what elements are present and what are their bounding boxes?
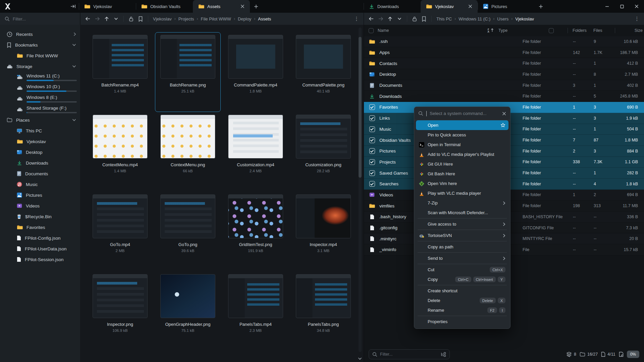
grid-item-commandpalette-mp4[interactable]: CommandPalette.mp41.8 MB bbox=[223, 32, 288, 112]
close-tab-icon[interactable] bbox=[234, 4, 245, 8]
grid-item-panelstabs-mp4[interactable]: PanelsTabs.mp42.3 MB bbox=[223, 272, 288, 351]
menu-item-open-vim-here[interactable]: Open Vim here bbox=[416, 179, 508, 188]
chevron-down-icon[interactable] bbox=[72, 44, 76, 46]
menu-item-scan-with-microsoft-defender-[interactable]: Scan with Microsoft Defender... bbox=[416, 208, 508, 218]
column-folders[interactable]: Folders bbox=[573, 28, 593, 33]
file-row-desktop[interactable]: DesktopFile folder--82.7 MB bbox=[364, 69, 644, 80]
grid-item-batchrename-mp4[interactable]: BatchRename.mp41.4 MB bbox=[87, 32, 153, 112]
back-icon[interactable] bbox=[367, 14, 376, 23]
menu-item-git-gui-here[interactable]: Git GUI Here bbox=[416, 159, 508, 169]
menu-item-send-to[interactable]: Send to bbox=[416, 253, 508, 263]
sidebar-item-downloads[interactable]: Downloads bbox=[0, 158, 80, 168]
file-row--ssh[interactable]: .sshFile folder--910.6 kB bbox=[364, 36, 644, 47]
tab-vjekoslav[interactable]: Vjekoslav bbox=[79, 0, 136, 13]
sidebar-filter-input[interactable]: Filter... bbox=[5, 16, 77, 21]
grid-item-goto-mp4[interactable]: GoTo.mp42 MB bbox=[87, 192, 153, 272]
menu-item-open[interactable]: Open bbox=[416, 120, 508, 130]
column-size[interactable]: Size bbox=[615, 28, 644, 33]
grid-item-customization-png[interactable]: Customization.png28.2 kB bbox=[290, 112, 356, 192]
up-icon[interactable] bbox=[385, 14, 395, 23]
column-type[interactable]: Type bbox=[498, 28, 549, 33]
row-checkbox[interactable] bbox=[369, 104, 375, 110]
sidebar-item-favorites[interactable]: Favorites bbox=[0, 222, 80, 233]
sidebar-item-this-pc[interactable]: This PC bbox=[0, 125, 80, 136]
menu-item-delete[interactable]: DeleteDeleteX bbox=[416, 296, 508, 305]
row-checkbox[interactable] bbox=[369, 170, 375, 176]
breadcrumb-segment[interactable]: Users bbox=[497, 16, 508, 21]
menu-item-cut[interactable]: CutCtrl+X bbox=[416, 265, 508, 275]
menu-item-play-with-vlc-media-player[interactable]: Play with VLC media player bbox=[416, 188, 508, 198]
menu-item-pin-to-quick-access[interactable]: Pin to Quick access bbox=[416, 130, 508, 140]
bookmark-icon[interactable] bbox=[419, 14, 429, 23]
grid-item-commandpalette-png[interactable]: CommandPalette.png40.1 kB bbox=[290, 32, 356, 112]
new-tab-button-right[interactable] bbox=[535, 0, 547, 13]
back-icon[interactable] bbox=[83, 14, 93, 23]
tab-pictures[interactable]: Pictures bbox=[478, 0, 535, 13]
more-options-icon[interactable]: ⋮ bbox=[633, 16, 641, 22]
breadcrumb-segment[interactable]: Windows 11 (C:) bbox=[459, 16, 490, 21]
forward-icon[interactable] bbox=[93, 14, 102, 23]
up-icon[interactable] bbox=[102, 14, 111, 23]
history-dropdown-icon[interactable] bbox=[111, 14, 121, 23]
menu-item-create-shortcut[interactable]: Create shortcut bbox=[416, 286, 508, 296]
menu-item-open-in-terminal[interactable]: Open in Terminal bbox=[416, 140, 508, 149]
file-row-apps[interactable]: AppsFile folder1421.7K186.7 MB bbox=[364, 47, 644, 58]
sidebar-item-music[interactable]: Music bbox=[0, 179, 80, 190]
file-row-downloads[interactable]: DownloadsFile folder--5245.8 MB bbox=[364, 91, 644, 102]
lock-path-icon[interactable] bbox=[410, 14, 419, 23]
grid-item-contextmenu-png[interactable]: ContextMenu.png66 kB bbox=[155, 112, 221, 192]
sidebar-item-windows-10-d-[interactable]: Windows 10 (D:) bbox=[0, 82, 80, 93]
menu-item-copy[interactable]: CopyCtrl+CCtrl+InsertY bbox=[416, 275, 508, 284]
minimize-button[interactable] bbox=[600, 0, 614, 13]
breadcrumb-segment[interactable]: Deploy bbox=[238, 16, 251, 21]
menu-item-copy-as-path[interactable]: Copy as path bbox=[416, 242, 508, 252]
tab-vjekoslav[interactable]: Vjekoslav bbox=[421, 0, 478, 13]
grid-item-batchrename-png[interactable]: BatchRename.png25.1 kB bbox=[155, 32, 221, 112]
sidebar-item-shared-storage-f-[interactable]: Shared Storage (F:) bbox=[0, 104, 80, 115]
scroll-down-icon[interactable] bbox=[358, 357, 362, 360]
sidebar-item-bookmarks[interactable]: Bookmarks bbox=[0, 40, 80, 50]
column-files[interactable]: Files bbox=[593, 28, 615, 33]
row-checkbox[interactable] bbox=[369, 148, 375, 154]
row-checkbox[interactable] bbox=[369, 137, 375, 143]
sidebar-item-videos[interactable]: Videos bbox=[0, 200, 80, 211]
sidebar-item-pictures[interactable]: Pictures bbox=[0, 190, 80, 200]
sidebar-item-recents[interactable]: Recents bbox=[0, 29, 80, 40]
breadcrumb-segment[interactable]: This PC bbox=[436, 16, 452, 21]
grid-item-inspector-mp4[interactable]: Inspector.mp43.1 MB bbox=[290, 192, 356, 272]
menu-item-give-access-to[interactable]: Give access to bbox=[416, 219, 508, 229]
row-checkbox[interactable] bbox=[369, 181, 375, 187]
column-name[interactable]: Name bbox=[378, 28, 389, 33]
chevron-down-icon[interactable] bbox=[72, 65, 76, 68]
tab-assets[interactable]: Assets bbox=[193, 0, 250, 13]
tab-downloads[interactable]: Downloads bbox=[364, 0, 421, 13]
tab-obsidian-vaults[interactable]: Obsidian Vaults bbox=[136, 0, 193, 13]
menu-item-rename[interactable]: RenameF2I bbox=[416, 305, 508, 315]
sidebar-item-vjekoslav[interactable]: Vjekoslav bbox=[0, 136, 80, 147]
progress-badge[interactable]: 0% bbox=[627, 351, 639, 358]
row-checkbox[interactable] bbox=[369, 115, 375, 121]
sidebar-item-windows-8-e-[interactable]: Windows 8 (E:) bbox=[0, 93, 80, 104]
header-checkbox[interactable] bbox=[549, 28, 554, 33]
grid-item-goto-png[interactable]: GoTo.png39.6 kB bbox=[155, 192, 221, 272]
select-all-checkbox[interactable] bbox=[369, 28, 374, 33]
menu-item-tortoisesvn[interactable]: TortoiseSVN bbox=[416, 231, 508, 240]
close-tab-icon[interactable] bbox=[462, 4, 472, 8]
file-row-documents[interactable]: DocumentsFile folder31402 B bbox=[364, 80, 644, 91]
sidebar-item-documents[interactable]: Documents bbox=[0, 168, 80, 179]
file-row-contacts[interactable]: ContactsFile folder--1412 B bbox=[364, 58, 644, 69]
chevron-down-icon[interactable] bbox=[72, 119, 76, 121]
sidebar-item-storage[interactable]: Storage bbox=[0, 61, 80, 72]
menu-item-add-to-vlc-media-player-s-playlist[interactable]: Add to VLC media player's Playlist bbox=[416, 149, 508, 159]
app-logo-icon[interactable] bbox=[0, 0, 15, 13]
sidebar-item-file-pilot-www[interactable]: File Pilot WWW bbox=[0, 50, 80, 61]
sidebar-item-windows-11-c-[interactable]: Windows 11 (C:) bbox=[0, 72, 80, 82]
grid-item-opengraphheader-png[interactable]: OpenGraphHeader.png75.1 kB bbox=[155, 272, 221, 351]
filter-options-icon[interactable] bbox=[441, 352, 446, 357]
scrollbar[interactable] bbox=[359, 27, 362, 352]
menu-item-7-zip[interactable]: 7-Zip bbox=[416, 198, 508, 208]
lock-path-icon[interactable] bbox=[126, 14, 136, 23]
grid-item-customization-mp4[interactable]: Customization.mp42.4 MB bbox=[223, 112, 288, 192]
breadcrumb-segment[interactable]: Projects bbox=[178, 16, 194, 21]
grid-item-inspector-png[interactable]: Inspector.png106.9 kB bbox=[87, 272, 153, 351]
